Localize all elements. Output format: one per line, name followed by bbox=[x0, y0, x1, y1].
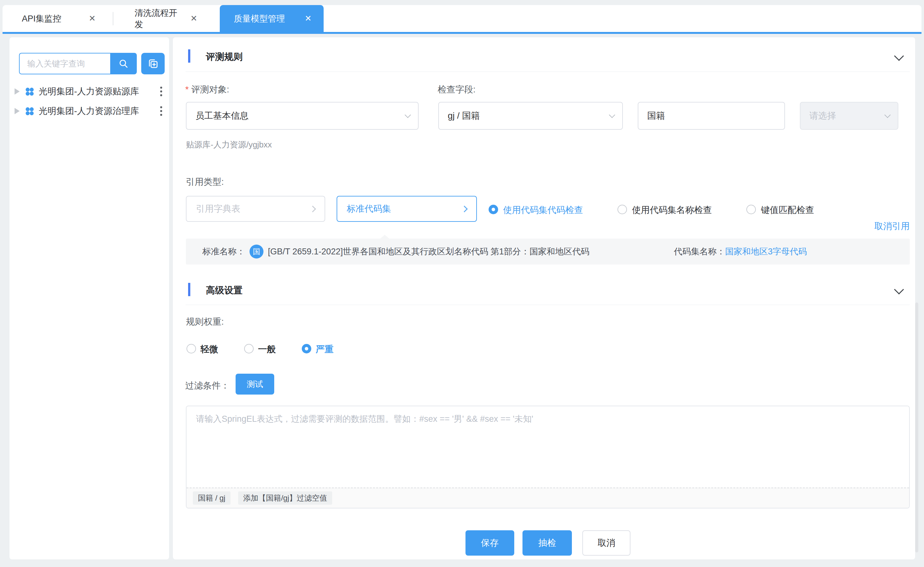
section-accent-bar bbox=[188, 50, 190, 63]
required-asterisk: * bbox=[185, 84, 189, 94]
standard-name-value: [GB/T 2659.1-2022]世界各国和地区及其行政区划名称代码 第1部分… bbox=[268, 246, 589, 257]
national-standard-icon: 国 bbox=[250, 244, 263, 258]
tree-item-governance-library[interactable]: 光明集团-人力资源治理库 bbox=[9, 101, 169, 121]
tree-item-source-library[interactable]: 光明集团-人力资源贴源库 bbox=[9, 82, 169, 101]
database-dots-icon bbox=[24, 106, 35, 116]
main-panel: 评测规则 *评测对象: 检查字段: 员工基本信息 gj / 国籍 请选择 贴源库… bbox=[173, 38, 915, 560]
collapse-chevron-icon[interactable] bbox=[894, 285, 904, 294]
dict-table-button-label: 引用字典表 bbox=[196, 203, 240, 215]
tab-api-monitor[interactable]: API集监控 ✕ bbox=[8, 5, 108, 32]
cancel-button[interactable]: 取消 bbox=[582, 530, 631, 556]
standard-info-bar: 标准名称： 国 [GB/T 2659.1-2022]世界各国和地区及其行政区划名… bbox=[186, 238, 910, 264]
filter-expression-textarea[interactable] bbox=[187, 406, 909, 488]
codeset-name-label: 代码集名称： bbox=[674, 246, 725, 257]
select-placeholder: 请选择 bbox=[810, 110, 836, 122]
radio-weight-minor[interactable] bbox=[187, 344, 196, 353]
test-button[interactable]: 测试 bbox=[236, 374, 274, 394]
standard-name-group: 标准名称： 国 [GB/T 2659.1-2022]世界各国和地区及其行政区划名… bbox=[202, 238, 589, 264]
extra-select-disabled[interactable]: 请选择 bbox=[800, 102, 898, 130]
selected-value: gj / 国籍 bbox=[448, 110, 480, 122]
sample-check-button[interactable]: 抽检 bbox=[522, 530, 572, 556]
expand-caret-icon[interactable] bbox=[15, 88, 20, 94]
codeset-name-group: 代码集名称： 国家和地区3字母代码 bbox=[674, 238, 807, 264]
radio-keyvalue-check-label[interactable]: 键值匹配检查 bbox=[761, 204, 814, 216]
search-input[interactable] bbox=[19, 53, 111, 74]
filter-footer: 国籍 / gj 添加【国籍/gj】过滤空值 bbox=[187, 488, 909, 508]
dict-table-button[interactable]: 引用字典表 bbox=[186, 196, 325, 222]
tree-item-label: 光明集团-人力资源治理库 bbox=[39, 105, 139, 117]
codeset-name-link[interactable]: 国家和地区3字母代码 bbox=[725, 246, 807, 257]
tree-item-label: 光明集团-人力资源贴源库 bbox=[39, 86, 139, 98]
chevron-down-icon bbox=[609, 112, 615, 118]
standard-codeset-button-label: 标准代码集 bbox=[347, 203, 391, 215]
search-button[interactable] bbox=[110, 53, 137, 74]
chevron-down-icon bbox=[885, 112, 891, 118]
ref-type-label: 引用类型: bbox=[186, 176, 224, 188]
check-field-select[interactable]: gj / 国籍 bbox=[438, 102, 623, 130]
tab-separator bbox=[113, 12, 113, 26]
tab-label: 质量模型管理 bbox=[234, 13, 285, 24]
divider bbox=[185, 72, 910, 72]
radio-weight-normal-label[interactable]: 一般 bbox=[258, 343, 276, 356]
tab-label: API集监控 bbox=[22, 13, 62, 24]
tab-label: 清洗流程开发 bbox=[135, 7, 181, 30]
radio-name-check-label[interactable]: 使用代码集名称检查 bbox=[632, 204, 712, 216]
filter-condition-label: 过滤条件： bbox=[185, 380, 230, 392]
radio-code-check-label[interactable]: 使用代码集代码检查 bbox=[503, 204, 583, 216]
selected-value: 员工基本信息 bbox=[196, 110, 248, 122]
eval-object-select[interactable]: 员工基本信息 bbox=[186, 102, 418, 130]
chevron-right-icon bbox=[309, 206, 316, 212]
cancel-reference-link[interactable]: 取消引用 bbox=[874, 220, 910, 232]
check-field-label: 检查字段: bbox=[438, 84, 476, 96]
radio-weight-normal[interactable] bbox=[244, 344, 254, 353]
radio-weight-severe[interactable] bbox=[302, 344, 311, 353]
radio-keyvalue-check[interactable] bbox=[746, 205, 756, 214]
eval-object-label: *评测对象: bbox=[185, 84, 229, 96]
radio-weight-severe-label[interactable]: 严重 bbox=[316, 343, 333, 356]
chevron-right-icon bbox=[461, 206, 468, 212]
close-icon[interactable]: ✕ bbox=[190, 14, 197, 23]
radio-code-check[interactable] bbox=[489, 205, 498, 214]
field-name-input[interactable] bbox=[638, 102, 785, 130]
tab-quality-model[interactable]: 质量模型管理 ✕ bbox=[220, 5, 324, 32]
kebab-menu-icon[interactable] bbox=[159, 105, 163, 117]
save-button[interactable]: 保存 bbox=[465, 530, 514, 556]
tab-clean-flow[interactable]: 清洗流程开发 ✕ bbox=[120, 5, 209, 32]
notch-arrow bbox=[380, 235, 389, 238]
tab-active-underline bbox=[3, 32, 921, 34]
filter-expression-box: 国籍 / gj 添加【国籍/gj】过滤空值 bbox=[186, 406, 910, 508]
radio-name-check[interactable] bbox=[617, 205, 627, 214]
standard-name-label: 标准名称： bbox=[202, 246, 245, 257]
field-chip[interactable]: 国籍 / gj bbox=[193, 491, 230, 505]
kebab-menu-icon[interactable] bbox=[159, 86, 163, 97]
standard-codeset-button[interactable]: 标准代码集 bbox=[337, 196, 477, 222]
eval-object-hint: 贴源库-人力资源/ygjbxx bbox=[186, 139, 272, 150]
add-null-filter-chip[interactable]: 添加【国籍/gj】过滤空值 bbox=[238, 491, 332, 505]
collapse-chevron-icon[interactable] bbox=[894, 51, 904, 61]
sidebar: 光明集团-人力资源贴源库 光明集团-人力资源治理库 bbox=[9, 38, 169, 560]
section-title-advanced: 高级设置 bbox=[206, 284, 242, 297]
expand-caret-icon[interactable] bbox=[15, 108, 20, 114]
scrollbar-thumb[interactable] bbox=[915, 303, 918, 552]
copy-add-icon bbox=[147, 58, 159, 70]
add-library-button[interactable] bbox=[141, 53, 165, 74]
section-title-eval-rules: 评测规则 bbox=[206, 51, 242, 63]
close-icon[interactable]: ✕ bbox=[89, 14, 96, 23]
rule-weight-label: 规则权重: bbox=[186, 316, 224, 328]
section-accent-bar bbox=[188, 283, 190, 296]
database-dots-icon bbox=[24, 86, 35, 97]
tab-bar: API集监控 ✕ 清洗流程开发 ✕ 质量模型管理 ✕ bbox=[3, 5, 921, 32]
search-icon bbox=[118, 58, 129, 69]
radio-weight-minor-label[interactable]: 轻微 bbox=[200, 343, 218, 356]
close-icon[interactable]: ✕ bbox=[305, 14, 312, 23]
chevron-down-icon bbox=[405, 112, 411, 118]
